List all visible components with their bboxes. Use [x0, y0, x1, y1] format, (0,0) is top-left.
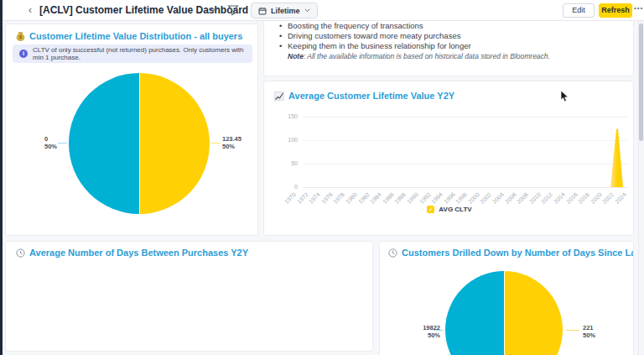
pie-slice-label: 1982250%: [413, 324, 440, 339]
leader-line: [434, 330, 444, 331]
mouse-cursor: [560, 90, 570, 103]
bullet-item: Driving customers toward more meaty purc…: [279, 31, 633, 41]
info-banner-text: CLTV of only successful (not returned) p…: [33, 46, 246, 61]
panel-title-text: Customers Drilled Down by Number of Days…: [402, 248, 634, 258]
clock-icon: [16, 248, 25, 258]
cltv-distribution-pie-chart[interactable]: [69, 73, 210, 214]
dashboard-page: ‹ [ACLV] Customer Lifetime Value Dashboa…: [0, 0, 644, 355]
lifetime-dropdown-button[interactable]: Lifetime: [251, 3, 318, 18]
leader-line: [211, 143, 221, 144]
header-bar: ‹ [ACLV] Customer Lifetime Value Dashboa…: [3, 0, 644, 21]
sidebar-edge: [0, 0, 3, 355]
filter-funnel-icon[interactable]: [227, 4, 241, 17]
back-button[interactable]: ‹: [23, 3, 37, 17]
edit-button[interactable]: Edit: [563, 3, 595, 18]
chevron-down-icon: [304, 8, 310, 13]
bullet-item: Keeping them in the business relationshi…: [279, 41, 633, 51]
money-bag-icon: $: [16, 31, 25, 41]
scrollbar-thumb[interactable]: [639, 23, 643, 141]
pie-slice-label: 22150%: [583, 324, 608, 339]
leader-line: [566, 330, 579, 331]
title-chevron-down-icon[interactable]: [210, 8, 216, 13]
bullet-item: Boosting the frequency of transactions: [279, 21, 633, 31]
legend-swatch-checkbox[interactable]: ✓: [427, 206, 434, 213]
calendar-icon: [258, 7, 267, 15]
panel-intro-text: Boosting the frequency of transactions D…: [263, 21, 634, 76]
panel-days-between-purchases: Average Number of Days Between Purchases…: [5, 241, 373, 352]
panel-days-since-last-purchase: Customers Drilled Down by Number of Days…: [379, 241, 634, 355]
panel-title-text: Customer Lifetime Value Distribution - a…: [29, 31, 242, 41]
chart-legend: ✓ AVG CLTV: [264, 206, 635, 213]
clock-icon: [388, 248, 397, 258]
more-options-button[interactable]: •••: [634, 4, 643, 12]
refresh-button[interactable]: Refresh: [599, 3, 632, 18]
info-banner: i CLTV of only successful (not returned)…: [13, 44, 252, 63]
panel-title-text: Average Number of Days Between Purchases…: [29, 248, 248, 258]
leader-line: [58, 143, 67, 144]
days-since-purchase-pie-chart[interactable]: [445, 271, 563, 355]
note-text: Note: All the available information is b…: [288, 52, 550, 60]
pie-slice-label: 123.4550%: [222, 135, 251, 150]
panel-cltv-distribution: $ Customer Lifetime Value Distribution -…: [5, 23, 258, 236]
info-icon: i: [19, 50, 28, 58]
legend-label: AVG CLTV: [439, 206, 471, 213]
lifetime-label: Lifetime: [271, 7, 300, 15]
panel-avg-cltv-y2y: Average Customer Lifetime Value Y2Y 150 …: [263, 81, 634, 236]
bullet-list: Boosting the frequency of transactions D…: [279, 21, 633, 51]
page-title[interactable]: [ACLV] Customer Lifetime Value Dashboard: [39, 4, 248, 16]
